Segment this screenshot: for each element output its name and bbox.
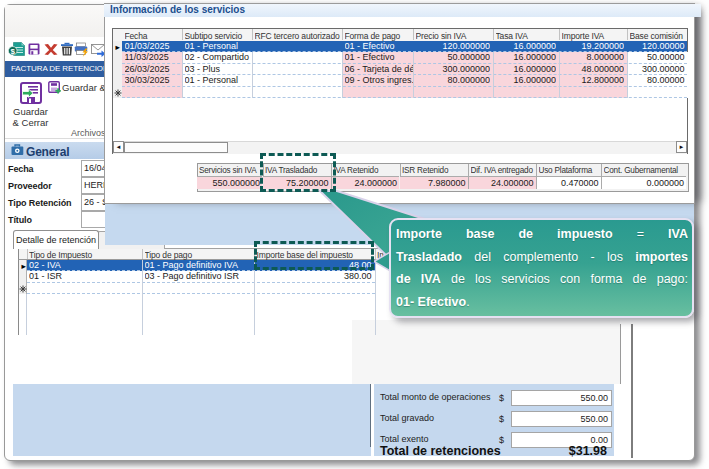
svg-text:$: $	[10, 47, 15, 56]
